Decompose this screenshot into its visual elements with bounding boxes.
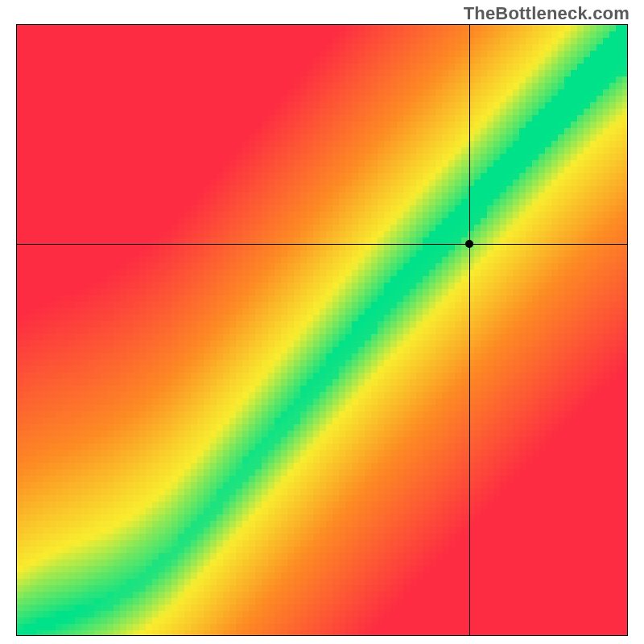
chart-container: TheBottleneck.com: [0, 0, 644, 644]
heatmap-canvas: [17, 25, 627, 635]
watermark-text: TheBottleneck.com: [464, 3, 630, 24]
plot-frame: [16, 24, 628, 636]
